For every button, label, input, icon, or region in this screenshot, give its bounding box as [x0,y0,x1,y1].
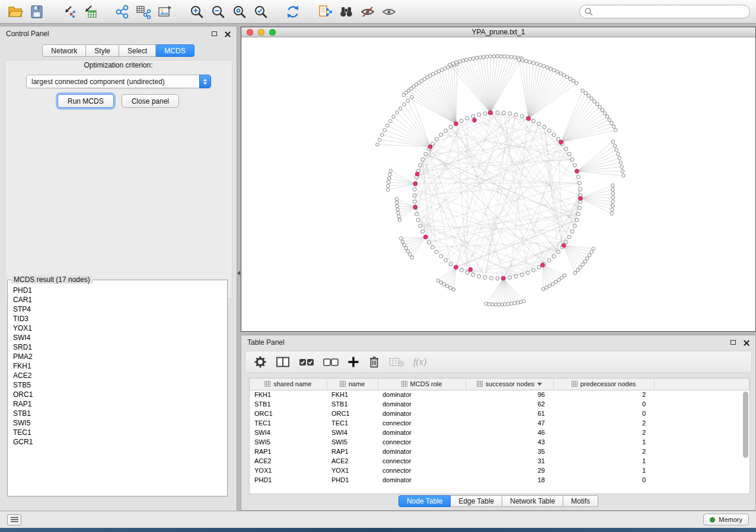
document-share-icon [317,4,333,20]
mcds-result-item[interactable]: TEC1 [13,428,227,437]
table-row[interactable]: ORC1ORC1dominator610 [250,409,749,418]
table-cell: STB1 [327,399,378,409]
table-panel-title: Table Panel [247,338,285,347]
minimize-window-icon[interactable] [258,29,264,36]
table-row[interactable]: ACE2ACE2connector311 [250,456,749,466]
mcds-result-item[interactable]: ACE2 [13,371,227,380]
tab-network[interactable]: Network [42,44,86,57]
table-cell: TEC1 [250,418,327,428]
new-network-button[interactable] [113,2,132,21]
maximize-window-icon[interactable] [269,29,276,36]
mcds-result-item[interactable]: FKH1 [13,361,227,371]
tab-network-table[interactable]: Network Table [502,495,563,507]
table-cell: dominator [378,428,465,437]
mcds-result-item[interactable]: SWI4 [13,333,227,342]
close-panel-icon[interactable] [224,31,231,37]
show-graphics-details-button[interactable] [379,2,398,21]
search-network-button[interactable] [337,2,356,21]
table-row[interactable]: YOX1YOX1connector291 [250,466,749,475]
zoom-fit-icon [232,4,247,20]
table-cell-filler [654,437,749,447]
tab-mcds[interactable]: MCDS [156,44,194,57]
close-window-icon[interactable] [247,29,253,36]
network-view-canvas[interactable] [241,37,755,331]
mcds-result-item[interactable]: STB1 [13,409,227,418]
mcds-result-item[interactable]: ORC1 [13,390,227,399]
memory-button[interactable]: Memory [703,514,749,525]
tab-node-table[interactable]: Node Table [398,495,451,507]
delete-table-button-disabled [389,357,404,367]
close-panel-button[interactable]: Close panel [122,94,179,108]
table-cell: RAP1 [327,447,378,456]
table-row[interactable]: STB1STB1dominator620 [250,399,749,409]
attribute-grid-icon [572,381,578,387]
table-panel-tabs: Node Table Edge Table Network Table Moti… [241,495,755,507]
hide-graphics-details-button[interactable] [358,2,377,21]
column-header-successor-nodes[interactable]: successor nodes [465,379,553,390]
table-cell-filler [654,399,749,409]
table-cell: RAP1 [250,447,327,456]
save-session-button[interactable] [27,2,46,21]
attribute-grid-icon [477,381,483,387]
close-table-panel-icon[interactable] [743,339,749,346]
column-header-shared-name[interactable]: shared name [250,379,327,390]
task-history-button[interactable] [7,514,21,525]
refresh-layout-button[interactable] [283,2,302,21]
mcds-result-item[interactable]: YOX1 [13,323,227,333]
mcds-result-item[interactable]: GCR1 [13,437,227,447]
sort-menu-icon[interactable] [537,383,542,386]
run-mcds-button[interactable]: Run MCDS [58,94,114,108]
table-row[interactable]: PHD1PHD1dominator180 [250,475,749,485]
column-header-name[interactable]: name [327,379,378,390]
tab-select[interactable]: Select [119,44,156,57]
mcds-result-item[interactable]: PHD1 [13,286,227,295]
table-row[interactable]: TEC1TEC1connector472 [250,418,749,428]
float-table-panel-icon[interactable] [731,340,736,345]
select-all-columns-button[interactable] [299,357,314,367]
table-row[interactable]: RAP1RAP1dominator352 [250,447,749,456]
search-input[interactable] [579,5,750,18]
show-column-panel-button[interactable] [276,356,290,368]
network-from-table-button[interactable] [134,2,153,21]
column-header-predecessor-nodes[interactable]: predecessor nodes [553,379,654,390]
tab-edge-table[interactable]: Edge Table [451,495,502,507]
create-column-button[interactable] [347,356,359,368]
tab-motifs[interactable]: Motifs [563,495,598,507]
float-panel-icon[interactable] [212,31,217,36]
mcds-result-item[interactable]: PMA2 [13,352,227,361]
table-settings-button[interactable] [254,355,267,368]
mcds-result-item[interactable]: RAP1 [13,399,227,409]
zoom-out-button[interactable] [209,2,228,21]
zoom-in-icon [189,4,205,20]
tab-style[interactable]: Style [86,44,119,57]
mcds-result-item[interactable]: STP4 [13,305,227,314]
column-header-mcds-role[interactable]: MCDS role [378,379,465,390]
table-cell: YOX1 [250,466,327,475]
table-cell: 1 [553,437,654,447]
import-table-file-button[interactable] [81,2,100,21]
table-cell: 2 [553,447,654,456]
clone-network-button[interactable] [315,2,334,21]
splitter-handle[interactable] [237,266,241,280]
deselect-all-columns-button[interactable] [323,357,339,367]
delete-column-button[interactable] [368,355,380,368]
dropdown-selected-value: largest connected component (undirected) [27,78,199,86]
table-row[interactable]: SWI4SWI4dominator462 [250,428,749,437]
network-window-titlebar[interactable]: YPA_prune.txt_1 [241,27,755,37]
mcds-result-item[interactable]: SRD1 [13,342,227,352]
optimization-criterion-dropdown[interactable]: largest connected component (undirected) [26,75,211,88]
mcds-result-item[interactable]: CAR1 [13,295,227,305]
mcds-result-item[interactable]: SWI5 [13,418,227,428]
table-scrollbar[interactable] [743,392,748,458]
export-image-button[interactable] [155,2,174,21]
table-row[interactable]: SWI5SWI5connector431 [250,437,749,447]
import-network-file-button[interactable] [59,2,78,21]
control-panel-title: Control Panel [6,30,49,38]
zoom-selected-button[interactable] [251,2,270,21]
mcds-result-item[interactable]: TID3 [13,314,227,323]
table-row[interactable]: FKH1FKH1dominator962 [250,390,749,399]
open-session-button[interactable] [6,2,25,21]
mcds-result-item[interactable]: STB5 [13,380,227,390]
zoom-in-button[interactable] [187,2,206,21]
zoom-fit-button[interactable] [230,2,249,21]
